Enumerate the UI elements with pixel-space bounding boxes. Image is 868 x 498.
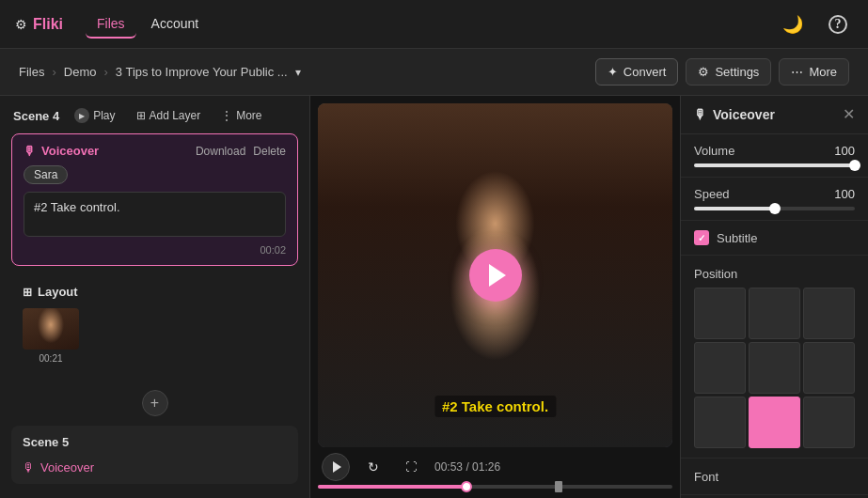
more-dots-icon: ⋯ xyxy=(791,65,803,79)
voiceover-actions: Download Delete xyxy=(196,145,286,158)
scene5-mic-icon: 🎙 xyxy=(23,460,35,475)
voice-text-input[interactable]: #2 Take control. xyxy=(24,192,286,237)
speed-value: 100 xyxy=(834,187,855,201)
restart-button[interactable]: ↻ xyxy=(359,453,387,481)
breadcrumb-sep-2: › xyxy=(103,65,107,79)
add-scene-button[interactable]: + xyxy=(142,390,168,416)
timeline-marker xyxy=(555,481,562,492)
position-section: Position xyxy=(681,256,868,459)
speed-section: Speed 100 xyxy=(681,178,868,221)
breadcrumb-demo[interactable]: Demo xyxy=(64,65,97,79)
volume-fill xyxy=(694,163,855,167)
video-play-button[interactable] xyxy=(469,249,522,302)
dark-mode-button[interactable]: 🌙 xyxy=(778,9,808,39)
volume-slider[interactable] xyxy=(694,163,855,167)
video-frame: #2 Take control. xyxy=(318,103,672,447)
question-icon: ? xyxy=(829,15,847,34)
scene5-voiceover-label: Voiceover xyxy=(40,460,94,475)
pos-cell-1[interactable] xyxy=(694,288,746,339)
panel-title: 🎙 Voiceover xyxy=(694,107,775,122)
speed-row: Speed 100 xyxy=(694,187,855,201)
layout-section: ⊞ Layout 00:21 xyxy=(11,275,298,373)
more-label: More xyxy=(809,65,837,79)
pos-cell-3[interactable] xyxy=(803,288,855,339)
breadcrumb-sep-1: › xyxy=(52,65,55,79)
nav-links: Files Account xyxy=(86,10,210,39)
total-time: 01:26 xyxy=(472,460,500,474)
breadcrumb-actions: ✦ Convert ⚙ Settings ⋯ More xyxy=(595,58,849,86)
scene4-add-layer-label: Add Layer xyxy=(150,109,201,122)
convert-label: Convert xyxy=(623,65,667,79)
nav-logo: ⚙ Fliki xyxy=(15,16,63,33)
nav-account[interactable]: Account xyxy=(140,10,211,39)
voiceover-title-text: Voiceover xyxy=(41,144,99,158)
voice-tag[interactable]: Sara xyxy=(24,165,68,184)
layout-grid-icon: ⊞ xyxy=(23,286,32,299)
speed-thumb[interactable] xyxy=(769,203,781,214)
pos-cell-6[interactable] xyxy=(803,342,855,394)
help-button[interactable]: ? xyxy=(823,9,853,39)
position-label: Position xyxy=(694,267,737,281)
voice-duration: 00:02 xyxy=(24,244,286,256)
play-button[interactable] xyxy=(322,453,350,481)
pos-cell-5[interactable] xyxy=(749,342,800,394)
scene4-add-layer-button[interactable]: ⊞ Add Layer xyxy=(131,106,207,125)
scene4-more-label: More xyxy=(236,109,261,122)
speed-slider[interactable] xyxy=(694,207,855,210)
font-section: Font xyxy=(681,459,868,495)
settings-button[interactable]: ⚙ Settings xyxy=(686,58,771,86)
subtitle-checkbox[interactable]: ✓ xyxy=(694,230,709,245)
scene5-voiceover: 🎙 Voiceover xyxy=(23,460,287,475)
breadcrumb-file[interactable]: 3 Tips to Improve Your Public ... xyxy=(116,65,288,79)
layout-thumbnail[interactable]: 00:21 xyxy=(23,308,79,364)
pos-cell-8[interactable] xyxy=(749,397,800,448)
scene4-title: Scene 4 xyxy=(13,109,59,123)
download-button[interactable]: Download xyxy=(196,145,245,158)
controls-bar: ↻ ⛶ 00:53 / 01:26 xyxy=(318,447,672,483)
pos-cell-2[interactable] xyxy=(749,288,800,339)
pos-cell-9[interactable] xyxy=(803,397,855,448)
scene4-play-button[interactable]: ▶ Play xyxy=(69,105,120,126)
pos-cell-7[interactable] xyxy=(694,397,746,448)
convert-button[interactable]: ✦ Convert xyxy=(595,58,679,86)
video-container: #2 Take control. xyxy=(318,103,672,447)
timeline-bar[interactable] xyxy=(318,483,672,490)
more-button[interactable]: ⋯ More xyxy=(779,58,849,86)
main-layout: Scene 4 ▶ Play ⊞ Add Layer ⋮ More 🎙 Voic… xyxy=(0,96,868,498)
scene5-section: Scene 5 🎙 Voiceover xyxy=(11,426,298,484)
breadcrumb-dropdown[interactable]: ▾ xyxy=(295,66,301,79)
panel-close-button[interactable]: ✕ xyxy=(843,107,855,122)
voice-name: Sara xyxy=(34,168,57,181)
scene4-more-icon: ⋮ xyxy=(221,109,232,122)
pos-cell-4[interactable] xyxy=(694,342,746,394)
center-panel: #2 Take control. ↻ ⛶ 00:53 / 01:26 xyxy=(310,96,680,498)
scene4-more-button[interactable]: ⋮ More xyxy=(215,106,267,125)
voiceover-section: 🎙 Voiceover Download Delete Sara #2 Take… xyxy=(11,133,298,266)
speed-fill xyxy=(694,207,775,210)
add-layer-icon: ⊞ xyxy=(136,109,146,122)
nav-files[interactable]: Files xyxy=(86,10,136,39)
video-subtitle: #2 Take control. xyxy=(434,396,556,417)
scene4-header: Scene 4 ▶ Play ⊞ Add Layer ⋮ More xyxy=(0,96,309,133)
time-display: 00:53 / 01:26 xyxy=(434,460,500,474)
left-panel: Scene 4 ▶ Play ⊞ Add Layer ⋮ More 🎙 Voic… xyxy=(0,96,310,498)
scene5-title: Scene 5 xyxy=(23,435,69,449)
breadcrumb-bar: Files › Demo › 3 Tips to Improve Your Pu… xyxy=(0,49,868,96)
timeline-thumb[interactable] xyxy=(461,481,472,492)
volume-section: Volume 100 xyxy=(681,134,868,178)
layout-title: Layout xyxy=(38,285,78,299)
fullscreen-button[interactable]: ⛶ xyxy=(397,453,425,481)
nav-right: 🌙 ? xyxy=(778,9,853,39)
checkmark-icon: ✓ xyxy=(698,233,705,243)
current-time: 00:53 xyxy=(434,460,463,474)
panel-header: 🎙 Voiceover ✕ xyxy=(681,96,868,134)
layout-duration: 00:21 xyxy=(23,353,79,364)
top-nav: ⚙ Fliki Files Account 🌙 ? xyxy=(0,0,868,49)
delete-button[interactable]: Delete xyxy=(253,145,286,158)
volume-thumb[interactable] xyxy=(849,160,860,171)
timeline-track[interactable] xyxy=(318,485,672,489)
app-name: Fliki xyxy=(33,16,63,33)
settings-gear-icon: ⚙ xyxy=(698,65,709,79)
breadcrumb-files[interactable]: Files xyxy=(19,65,44,79)
position-grid xyxy=(694,288,855,448)
